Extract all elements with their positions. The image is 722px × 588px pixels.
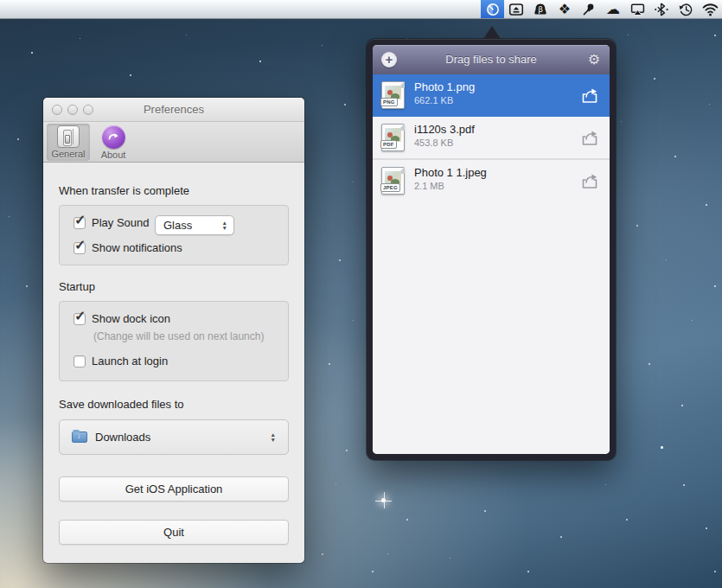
title-bar[interactable]: Preferences: [43, 98, 304, 122]
launch-at-login-checkbox-row[interactable]: ✓ Launch at login: [73, 355, 168, 368]
desktop-wallpaper: β ❖ ☁: [0, 0, 722, 588]
preferences-content: When transfer is complete ✓ Play Sound G…: [43, 163, 304, 563]
tab-label: About: [101, 150, 126, 160]
file-row[interactable]: PDF i1120s 3.pdf 453.8 KB: [373, 117, 610, 159]
sound-popup[interactable]: Glass ▲▼: [155, 215, 234, 235]
play-sound-checkbox-row[interactable]: ✓ Play Sound: [73, 216, 150, 229]
popover-title: Drag files to share: [445, 53, 537, 66]
pushpin-glyph: [581, 2, 597, 17]
time-machine-glyph: [678, 2, 694, 17]
quit-button[interactable]: Quit: [59, 520, 289, 545]
dock-icon-hint: (Change will be used on next launch): [93, 330, 264, 342]
preferences-window: Preferences General About When t: [43, 98, 304, 563]
tab-general[interactable]: General: [47, 124, 90, 161]
startup-heading: Startup: [59, 280, 95, 293]
cloud-icon[interactable]: ☁: [601, 0, 625, 18]
dropbox-glyph: ❖: [559, 3, 571, 16]
file-name: i1120s 3.pdf: [414, 123, 475, 136]
menu-bar: β ❖ ☁: [0, 0, 722, 19]
bluetooth-glyph: [654, 2, 669, 17]
share-file-icon[interactable]: [580, 130, 599, 146]
file-row[interactable]: PNG Photo 1.png 662.1 KB: [373, 74, 610, 117]
airplay-glyph: [629, 2, 646, 17]
about-icon: [102, 125, 125, 149]
beta-bell-icon[interactable]: β: [528, 0, 553, 18]
file-size: 2.1 MB: [414, 181, 444, 191]
share-file-icon[interactable]: [580, 173, 599, 189]
file-type-badge: JPEG: [380, 183, 400, 192]
transfer-groupbox: ✓ Play Sound Glass ▲▼ ✓ Show notificatio…: [59, 205, 289, 265]
preferences-toolbar: General About: [43, 122, 304, 163]
file-type-badge: PDF: [380, 140, 397, 149]
time-machine-icon[interactable]: [674, 0, 698, 18]
show-dock-icon-label: Show dock icon: [92, 312, 170, 325]
updown-arrows-icon: ▲▼: [222, 220, 227, 230]
launch-at-login-checkbox[interactable]: ✓: [73, 355, 86, 368]
transfer-heading: When transfer is complete: [59, 184, 189, 197]
file-name: Photo 1.png: [414, 80, 475, 93]
play-sound-label: Play Sound: [92, 216, 150, 229]
sound-popup-value: Glass: [163, 219, 222, 232]
popover-beak: [483, 26, 501, 39]
dropbox-icon[interactable]: ❖: [553, 0, 577, 18]
pushpin-icon[interactable]: [577, 0, 601, 18]
wifi-icon[interactable]: [698, 0, 722, 18]
checkmark-icon: ✓: [74, 212, 86, 228]
checkmark-icon: ✓: [74, 237, 86, 253]
cloud-glyph: ☁: [606, 3, 620, 16]
share-popover: + Drag files to share ⚙ PNG Photo 1.png …: [367, 39, 616, 460]
pdf-file-icon: PDF: [381, 124, 405, 151]
file-size: 662.1 KB: [414, 95, 453, 105]
bluetooth-share-icon[interactable]: [649, 0, 674, 18]
tab-label: General: [51, 149, 85, 159]
png-file-icon: PNG: [381, 81, 405, 109]
beta-glyph: β: [533, 2, 548, 17]
file-row[interactable]: JPEG Photo 1 1.jpeg 2.1 MB: [373, 159, 610, 201]
launch-at-login-label: Launch at login: [92, 355, 168, 368]
startup-groupbox: ✓ Show dock icon (Change will be used on…: [59, 301, 289, 381]
file-type-badge: PNG: [380, 98, 398, 106]
save-heading: Save downloaded files to: [59, 398, 184, 411]
window-title: Preferences: [43, 103, 304, 116]
show-dock-icon-checkbox-row[interactable]: ✓ Show dock icon: [73, 312, 170, 325]
general-switch-icon: [57, 125, 80, 148]
show-dock-icon-checkbox[interactable]: ✓: [73, 313, 86, 325]
downloads-folder-icon: [72, 431, 87, 443]
download-folder-popup[interactable]: Downloads ▲▼: [59, 419, 289, 455]
share-popover-header: + Drag files to share ⚙: [373, 45, 610, 74]
tab-about[interactable]: About: [92, 124, 135, 161]
get-ios-application-button[interactable]: Get iOS Application: [59, 476, 289, 502]
show-notifications-label: Show notifications: [92, 241, 182, 254]
gear-icon[interactable]: ⚙: [586, 52, 602, 67]
file-list: PNG Photo 1.png 662.1 KB PDF: [373, 74, 610, 454]
show-notifications-checkbox[interactable]: ✓: [73, 242, 86, 254]
play-sound-checkbox[interactable]: ✓: [73, 217, 86, 229]
show-notifications-checkbox-row[interactable]: ✓ Show notifications: [73, 241, 182, 254]
eject-box-icon[interactable]: [504, 0, 528, 18]
file-size: 453.8 KB: [414, 137, 453, 148]
share-file-icon[interactable]: [580, 87, 599, 104]
folder-popup-value: Downloads: [95, 431, 271, 444]
airplay-icon[interactable]: [625, 0, 649, 18]
svg-text:β: β: [538, 5, 543, 14]
share-popover-inner: + Drag files to share ⚙ PNG Photo 1.png …: [373, 45, 610, 454]
updown-arrows-icon: ▲▼: [271, 432, 276, 442]
jpeg-file-icon: JPEG: [381, 167, 405, 195]
drop-zone[interactable]: [373, 201, 610, 454]
file-name: Photo 1 1.jpeg: [414, 166, 487, 179]
add-file-button[interactable]: +: [381, 52, 397, 67]
timer-clock-icon: [485, 2, 501, 17]
eject-glyph: [508, 2, 524, 17]
checkmark-icon: ✓: [74, 308, 86, 324]
app-timer-icon[interactable]: [481, 0, 504, 18]
wifi-glyph: [702, 3, 719, 16]
